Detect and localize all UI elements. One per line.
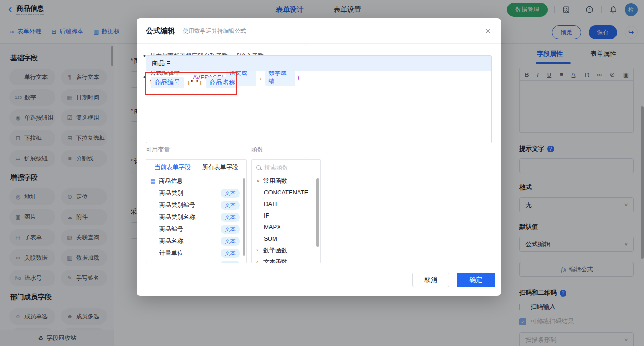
type-badge: 文本 <box>221 189 240 198</box>
tab-current-form-fields[interactable]: 当前表单字段 <box>155 163 191 171</box>
formula-target-label: 商品 = <box>152 59 170 67</box>
tree-root-label: 商品信息 <box>159 177 183 185</box>
variables-tabs: 当前表单字段 所有表单字段 <box>146 160 246 175</box>
chevron-down-icon: ∨ <box>256 178 261 183</box>
variable-row[interactable]: 商品类别名称文本 <box>146 211 246 223</box>
function-group-math[interactable]: › 数学函数 <box>252 244 320 256</box>
formula-target-strip: 商品 = <box>146 56 491 71</box>
chevron-right-icon: › <box>256 259 261 263</box>
field-chip-product-name[interactable]: 商品名称 <box>206 77 239 88</box>
variables-tree-root[interactable]: ▤ 商品信息 <box>146 175 246 187</box>
type-badge: 文本 <box>221 249 240 258</box>
function-item-if[interactable]: IF <box>252 210 320 221</box>
function-item-date[interactable]: DATE <box>252 198 320 210</box>
close-icon[interactable]: × <box>485 26 491 36</box>
function-group-text[interactable]: › 文本函数 <box>252 256 320 263</box>
form-doc-icon: ▤ <box>150 178 155 184</box>
variable-name: 计量单位 <box>159 249 183 257</box>
confirm-button[interactable]: 确定 <box>457 273 495 287</box>
group-label: 文本函数 <box>263 258 287 264</box>
variable-row[interactable]: 商品编号文本 <box>146 223 246 235</box>
variables-label: 可用变量 <box>146 146 170 154</box>
functions-panel: ∨ 常用函数 CONCATENATE DATE IF MAPX SUM › 数学… <box>251 159 321 263</box>
formula-editor-area[interactable]: 商品 = 商品编号 +" "+ 商品名称 <box>146 55 492 143</box>
function-item-concatenate[interactable]: CONCATENATE <box>252 187 320 198</box>
function-search[interactable] <box>252 160 320 175</box>
functions-label: 函数 <box>251 146 263 154</box>
tab-all-form-fields[interactable]: 所有表单字段 <box>202 163 238 171</box>
function-item-sum[interactable]: SUM <box>252 233 320 244</box>
type-badge: 文本 <box>221 201 240 210</box>
modal-header: 公式编辑 使用数学运算符编辑公式 × <box>137 18 501 44</box>
formula-editor-modal: 公式编辑 使用数学运算符编辑公式 × 商品 = 商品编号 +" "+ 商品名称 … <box>137 18 501 296</box>
group-label: 数学函数 <box>263 246 287 255</box>
functions-scrollbar[interactable] <box>316 178 319 247</box>
variable-row[interactable]: 商品类别文本 <box>146 187 246 199</box>
formula-operator: +" "+ <box>187 79 203 86</box>
variable-row[interactable]: 商品类别编号文本 <box>146 199 246 211</box>
variable-name: 商品类别编号 <box>159 201 195 209</box>
type-badge: 文本 <box>221 237 240 246</box>
function-item-mapx[interactable]: MAPX <box>252 221 320 233</box>
modal-subtitle: 使用数学运算符编辑公式 <box>183 27 246 35</box>
chevron-right-icon: › <box>256 248 261 253</box>
modal-footer: 取消 确定 <box>137 273 501 287</box>
variable-name: 商品类别名称 <box>159 213 195 221</box>
cancel-button[interactable]: 取消 <box>412 273 449 287</box>
variable-row[interactable]: 计量单位文本 <box>146 247 246 259</box>
variable-name: 商品编号 <box>159 225 183 233</box>
variable-name: 商品类别 <box>159 189 183 197</box>
modal-title: 公式编辑 <box>146 26 175 36</box>
type-badge: 文本 <box>221 225 240 234</box>
variables-panel: 当前表单字段 所有表单字段 ▤ 商品信息 商品类别文本 商品类别编号文本 商品类… <box>146 159 247 263</box>
type-badge: 文本 <box>221 261 240 264</box>
function-search-input[interactable] <box>264 164 310 171</box>
function-group-common[interactable]: ∨ 常用函数 <box>252 175 320 187</box>
field-chip-product-code[interactable]: 商品编号 <box>151 77 184 88</box>
variable-name: 商品名称 <box>159 237 183 245</box>
variable-row[interactable]: 文本 <box>146 259 246 263</box>
search-icon <box>256 165 261 170</box>
formula-expression[interactable]: 商品编号 +" "+ 商品名称 <box>146 71 491 95</box>
variable-row[interactable]: 商品名称文本 <box>146 235 246 247</box>
group-label: 常用函数 <box>263 177 287 185</box>
type-badge: 文本 <box>221 213 240 222</box>
variables-scrollbar[interactable] <box>243 178 245 256</box>
